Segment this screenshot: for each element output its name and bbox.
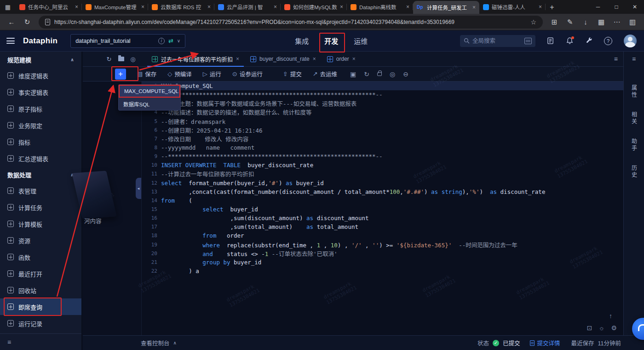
tab-list-icon[interactable]: ≡ [614, 55, 618, 63]
ticket-icon[interactable] [546, 36, 555, 46]
locate-icon[interactable]: ◎ [390, 70, 395, 78]
editor-tab[interactable]: order× [322, 52, 361, 67]
tab-close-icon[interactable]: × [539, 4, 542, 10]
more-menu-icon[interactable]: ⋯ [609, 18, 625, 26]
sidebar-item-aggregate-logic-table[interactable]: 汇总逻辑表 [0, 150, 81, 167]
dropdown-item[interactable]: 数据库SQL [119, 98, 180, 110]
browser-tab[interactable]: 云数据库 RDS 控× [148, 0, 214, 14]
back-icon[interactable]: ← [4, 18, 19, 26]
panel-collapse-handle[interactable]: ◂ [136, 178, 141, 199]
browser-tab[interactable]: MaxCompute管理× [82, 0, 148, 14]
run-button[interactable]: ▷运行 [203, 70, 221, 78]
theme-icon[interactable]: ☼ [599, 324, 605, 332]
sidebar-section-header[interactable]: 数据处理∧ [0, 167, 81, 182]
nav-integration[interactable]: 集成 [295, 36, 309, 46]
user-avatar[interactable] [624, 35, 637, 47]
close-button[interactable]: ✕ [626, 0, 644, 14]
sidebar-item-table-management[interactable]: 表管理 [0, 182, 81, 199]
console-toggle[interactable]: 查看控制台 ∧ [141, 338, 177, 347]
editor-tab-close-icon[interactable]: × [236, 56, 239, 62]
sidebar-item-business-filter[interactable]: 业务限定 [0, 117, 81, 134]
project-selector[interactable]: dataphin_trail_tutorial i ⇄ ∨ [70, 34, 185, 48]
sidebar-item-recycle-bin[interactable]: 回收站 [0, 282, 81, 298]
sidebar-item-function[interactable]: 函数 [0, 249, 81, 265]
collapse-icon[interactable]: ⊖ [403, 70, 408, 78]
tab-close-icon[interactable]: × [340, 4, 343, 10]
tab-close-icon[interactable]: × [472, 4, 476, 11]
env-switch-icon[interactable]: ⇄ [168, 37, 173, 44]
nav-ops[interactable]: 运维 [354, 36, 368, 46]
tab-close-icon[interactable]: × [274, 4, 277, 10]
menu-icon[interactable] [6, 38, 15, 44]
global-search[interactable] [460, 35, 535, 47]
scroll-top-icon[interactable]: ↑ [609, 312, 612, 320]
sidebar-section-header[interactable]: 规范建模∧ [0, 52, 81, 67]
submit-detail-link[interactable]: 提交详情 [530, 338, 560, 347]
go-to-ops-button[interactable]: ↗去运维 [313, 70, 337, 78]
sql-code-editor[interactable]: 1MAX_Compute_SQL2--*********************… [142, 82, 623, 335]
url-bar[interactable]: https://cn-shanghai-dataphin.aliyun.com/… [39, 16, 543, 29]
sidebar-item-compute-template[interactable]: 计算模板 [0, 216, 81, 232]
sidebar-item-fact-logic-table[interactable]: 事实逻辑表 [0, 84, 81, 100]
precompile-button[interactable]: ◇预编译 [167, 70, 192, 78]
sidebar-item-dimension-logic-table[interactable]: 维度逻辑表 [0, 67, 81, 84]
rail-tab-1[interactable]: 相关 [630, 111, 638, 125]
rail-list-icon[interactable]: ≡ [632, 55, 636, 63]
sidebar-item-compute-task[interactable]: 计算任务 [0, 199, 81, 216]
new-folder-icon[interactable] [115, 56, 127, 63]
editor-settings-icon[interactable]: ⚙ [611, 324, 617, 332]
favorite-star-icon[interactable]: ☆ [530, 18, 536, 26]
settings-wrench-icon[interactable] [584, 36, 593, 46]
dropdown-item[interactable]: MAX_COMPUTE_SQL [119, 85, 180, 98]
browser-tab[interactable]: 任务中心_阿里云× [16, 0, 82, 14]
refresh-icon[interactable]: ↻ [19, 18, 35, 26]
browser-tab[interactable]: 云产品评测 | 智× [214, 0, 281, 14]
sidebar-menu-icon[interactable]: ≡ [7, 338, 11, 346]
add-task-button[interactable]: + [115, 69, 126, 80]
browser-tab[interactable]: Dataphin离线数× [347, 0, 413, 14]
editor-tab-close-icon[interactable]: × [313, 56, 316, 62]
browser-tab[interactable]: 磁锤迅雷-人人× [479, 0, 546, 14]
save-button[interactable]: ▤保存 [137, 70, 156, 78]
sidebar-item-run-history[interactable]: 运行记录 [0, 315, 81, 332]
tab-close-icon[interactable]: × [207, 4, 211, 10]
sidebar-item-recently-opened[interactable]: 最近打开 [0, 265, 81, 282]
rail-tab-2[interactable]: 助手 [630, 138, 638, 152]
sidebar-item-adhoc-query[interactable]: 即席查询 [0, 298, 81, 315]
panel-refresh-icon[interactable]: ↻ [103, 56, 115, 63]
downloads-icon[interactable]: ↓ [578, 18, 593, 26]
minimize-button[interactable]: ─ [589, 0, 607, 14]
advanced-search-icon[interactable] [524, 38, 532, 44]
search-input[interactable] [472, 38, 518, 44]
rail-tab-0[interactable]: 属性 [630, 85, 638, 99]
sidebar-item-metric[interactable]: 指标 [0, 134, 81, 150]
submit-button[interactable]: ⇧提交 [283, 70, 302, 78]
annotate-icon[interactable]: ✎ [562, 18, 578, 26]
editor-tab[interactable]: 过去一年每位顾客的平均折扣× [146, 52, 245, 67]
sidebar-item-resource[interactable]: 资源 [0, 232, 81, 249]
maximize-button[interactable]: □ [607, 0, 626, 14]
collections-icon[interactable]: ⊞ [546, 18, 562, 26]
sidebar-item-atomic-metric[interactable]: 原子指标 [0, 100, 81, 117]
browser-tab[interactable]: 如何创建MySQL数× [281, 0, 347, 14]
new-tab-button[interactable]: + [546, 1, 558, 14]
extensions-icon[interactable]: ▦ [593, 18, 609, 26]
help-icon[interactable]: ? [604, 36, 613, 46]
split-screen-icon[interactable]: ▥ [625, 18, 640, 26]
nav-develop[interactable]: 开发 [324, 36, 338, 46]
tab-close-icon[interactable]: × [406, 4, 409, 10]
rail-tab-3[interactable]: 历史 [630, 165, 638, 179]
fullscreen-icon[interactable]: ⊡ [587, 324, 592, 332]
lock-icon[interactable] [377, 72, 382, 76]
tab-actions-icon[interactable]: ▦ [0, 0, 16, 14]
editor-tab-close-icon[interactable]: × [352, 56, 356, 62]
tab-close-icon[interactable]: × [75, 4, 78, 10]
run-with-params-button[interactable]: ⊙设参运行 [232, 70, 263, 78]
locate-file-icon[interactable]: ◎ [127, 56, 139, 63]
site-info-icon[interactable] [45, 19, 50, 25]
package-icon[interactable]: ▣ [350, 70, 356, 78]
refresh-code-icon[interactable]: ↻ [364, 70, 369, 78]
tab-close-icon[interactable]: × [141, 4, 144, 10]
browser-tab[interactable]: Dp计算任务_研发工× [413, 1, 479, 14]
editor-tab[interactable]: buyer_discount_rate× [245, 52, 322, 67]
